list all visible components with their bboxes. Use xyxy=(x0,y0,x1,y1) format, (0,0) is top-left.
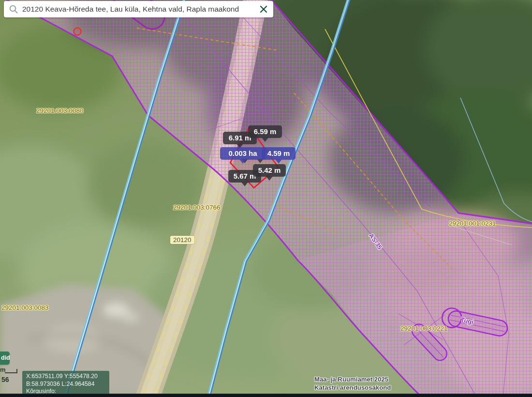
measure-length-label: 4.59 m xyxy=(262,147,296,160)
coordinates-panel: X:6537511.09 Y:555478.20 B:58.973036 L:2… xyxy=(22,371,109,397)
cadastral-label: 29201:003:0766 xyxy=(173,204,221,211)
measure-length-label: 6.59 m xyxy=(248,125,282,138)
search-bar xyxy=(4,1,273,17)
measure-length-label: 5.42 m xyxy=(253,164,286,177)
clear-search-icon[interactable] xyxy=(259,4,268,14)
scale-ratio-fragment: 56 xyxy=(1,376,9,383)
road-number-label: 20120 xyxy=(170,236,194,244)
red-point-marker xyxy=(74,28,81,35)
map-canvas[interactable] xyxy=(0,0,532,397)
coords-bl: B:58.973036 L:24.964584 xyxy=(26,381,105,388)
cadastral-label: 29201:003:0080 xyxy=(36,107,84,114)
cadastral-label: 29201:001:0231 xyxy=(449,220,496,227)
cadastral-label: 29201:003:0083 xyxy=(1,304,49,311)
scale-bar xyxy=(5,369,17,373)
cadastral-label: 29201:003:0221 xyxy=(400,325,448,332)
credits-line2: Katastri arendusosakond xyxy=(314,384,391,392)
credits-line1: Maa- ja Ruumiamet 2025 xyxy=(314,376,391,384)
map-viewport[interactable]: 29201:003:0080 29201:003:0766 29201:001:… xyxy=(0,0,532,397)
search-icon xyxy=(9,4,18,14)
coords-xy: X:6537511.09 Y:555478.20 xyxy=(26,373,105,381)
bottom-strip xyxy=(0,394,532,397)
search-input[interactable] xyxy=(22,5,255,14)
map-credits: Maa- ja Ruumiamet 2025 Katastri arenduso… xyxy=(314,376,391,392)
measure-area-label: 0.003 ha xyxy=(220,147,266,160)
layers-button-fragment[interactable]: did xyxy=(0,351,10,365)
